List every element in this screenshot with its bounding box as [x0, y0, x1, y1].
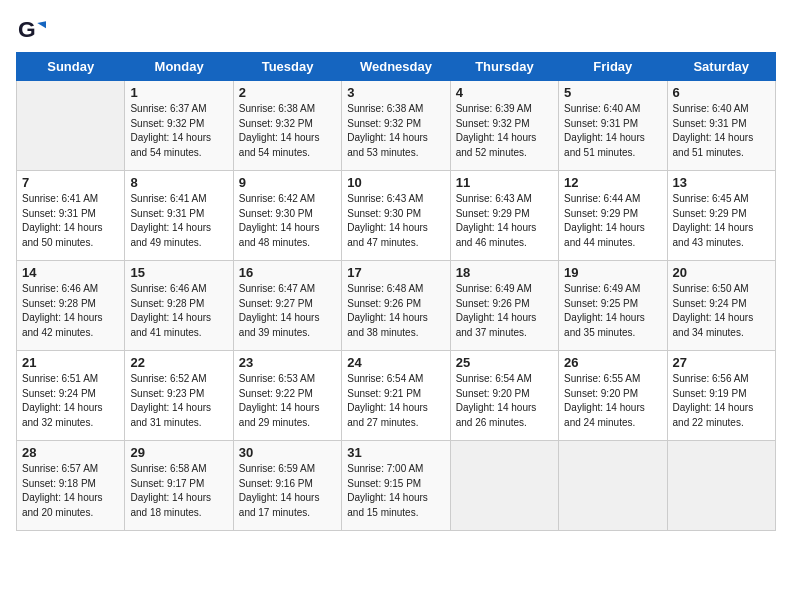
calendar-cell: 9Sunrise: 6:42 AM Sunset: 9:30 PM Daylig…: [233, 171, 341, 261]
day-number: 6: [673, 85, 770, 100]
svg-marker-1: [37, 21, 46, 28]
day-info: Sunrise: 6:54 AM Sunset: 9:20 PM Dayligh…: [456, 372, 553, 430]
day-number: 22: [130, 355, 227, 370]
calendar-cell: 14Sunrise: 6:46 AM Sunset: 9:28 PM Dayli…: [17, 261, 125, 351]
day-info: Sunrise: 6:38 AM Sunset: 9:32 PM Dayligh…: [239, 102, 336, 160]
day-info: Sunrise: 6:46 AM Sunset: 9:28 PM Dayligh…: [22, 282, 119, 340]
day-number: 16: [239, 265, 336, 280]
calendar-cell: 21Sunrise: 6:51 AM Sunset: 9:24 PM Dayli…: [17, 351, 125, 441]
day-info: Sunrise: 6:51 AM Sunset: 9:24 PM Dayligh…: [22, 372, 119, 430]
day-number: 30: [239, 445, 336, 460]
day-info: Sunrise: 6:45 AM Sunset: 9:29 PM Dayligh…: [673, 192, 770, 250]
calendar-cell: 5Sunrise: 6:40 AM Sunset: 9:31 PM Daylig…: [559, 81, 667, 171]
page-header: G: [16, 16, 776, 44]
logo-icon: G: [18, 16, 46, 44]
calendar-cell: 4Sunrise: 6:39 AM Sunset: 9:32 PM Daylig…: [450, 81, 558, 171]
calendar-cell: [667, 441, 775, 531]
day-number: 2: [239, 85, 336, 100]
header-row: SundayMondayTuesdayWednesdayThursdayFrid…: [17, 53, 776, 81]
day-number: 21: [22, 355, 119, 370]
day-info: Sunrise: 6:52 AM Sunset: 9:23 PM Dayligh…: [130, 372, 227, 430]
calendar-cell: 26Sunrise: 6:55 AM Sunset: 9:20 PM Dayli…: [559, 351, 667, 441]
day-info: Sunrise: 6:43 AM Sunset: 9:29 PM Dayligh…: [456, 192, 553, 250]
day-info: Sunrise: 6:53 AM Sunset: 9:22 PM Dayligh…: [239, 372, 336, 430]
day-info: Sunrise: 6:44 AM Sunset: 9:29 PM Dayligh…: [564, 192, 661, 250]
column-header-thursday: Thursday: [450, 53, 558, 81]
day-info: Sunrise: 6:42 AM Sunset: 9:30 PM Dayligh…: [239, 192, 336, 250]
calendar-cell: 8Sunrise: 6:41 AM Sunset: 9:31 PM Daylig…: [125, 171, 233, 261]
day-info: Sunrise: 6:39 AM Sunset: 9:32 PM Dayligh…: [456, 102, 553, 160]
logo: G: [16, 16, 46, 44]
calendar-cell: [17, 81, 125, 171]
day-info: Sunrise: 6:49 AM Sunset: 9:26 PM Dayligh…: [456, 282, 553, 340]
day-number: 5: [564, 85, 661, 100]
day-number: 24: [347, 355, 444, 370]
day-number: 11: [456, 175, 553, 190]
column-header-friday: Friday: [559, 53, 667, 81]
calendar-cell: 1Sunrise: 6:37 AM Sunset: 9:32 PM Daylig…: [125, 81, 233, 171]
week-row-1: 1Sunrise: 6:37 AM Sunset: 9:32 PM Daylig…: [17, 81, 776, 171]
day-number: 8: [130, 175, 227, 190]
calendar-cell: 15Sunrise: 6:46 AM Sunset: 9:28 PM Dayli…: [125, 261, 233, 351]
day-info: Sunrise: 6:59 AM Sunset: 9:16 PM Dayligh…: [239, 462, 336, 520]
column-header-monday: Monday: [125, 53, 233, 81]
day-info: Sunrise: 6:38 AM Sunset: 9:32 PM Dayligh…: [347, 102, 444, 160]
calendar-cell: 18Sunrise: 6:49 AM Sunset: 9:26 PM Dayli…: [450, 261, 558, 351]
column-header-tuesday: Tuesday: [233, 53, 341, 81]
day-number: 31: [347, 445, 444, 460]
day-number: 3: [347, 85, 444, 100]
calendar-cell: 27Sunrise: 6:56 AM Sunset: 9:19 PM Dayli…: [667, 351, 775, 441]
day-info: Sunrise: 6:54 AM Sunset: 9:21 PM Dayligh…: [347, 372, 444, 430]
calendar-cell: 13Sunrise: 6:45 AM Sunset: 9:29 PM Dayli…: [667, 171, 775, 261]
day-info: Sunrise: 6:58 AM Sunset: 9:17 PM Dayligh…: [130, 462, 227, 520]
week-row-2: 7Sunrise: 6:41 AM Sunset: 9:31 PM Daylig…: [17, 171, 776, 261]
calendar-cell: [559, 441, 667, 531]
calendar-cell: 28Sunrise: 6:57 AM Sunset: 9:18 PM Dayli…: [17, 441, 125, 531]
calendar-cell: 6Sunrise: 6:40 AM Sunset: 9:31 PM Daylig…: [667, 81, 775, 171]
column-header-saturday: Saturday: [667, 53, 775, 81]
week-row-4: 21Sunrise: 6:51 AM Sunset: 9:24 PM Dayli…: [17, 351, 776, 441]
calendar-cell: 16Sunrise: 6:47 AM Sunset: 9:27 PM Dayli…: [233, 261, 341, 351]
calendar-table: SundayMondayTuesdayWednesdayThursdayFrid…: [16, 52, 776, 531]
day-info: Sunrise: 6:46 AM Sunset: 9:28 PM Dayligh…: [130, 282, 227, 340]
day-info: Sunrise: 6:37 AM Sunset: 9:32 PM Dayligh…: [130, 102, 227, 160]
column-header-wednesday: Wednesday: [342, 53, 450, 81]
day-info: Sunrise: 6:50 AM Sunset: 9:24 PM Dayligh…: [673, 282, 770, 340]
day-number: 25: [456, 355, 553, 370]
day-info: Sunrise: 6:40 AM Sunset: 9:31 PM Dayligh…: [673, 102, 770, 160]
calendar-cell: 31Sunrise: 7:00 AM Sunset: 9:15 PM Dayli…: [342, 441, 450, 531]
calendar-cell: 20Sunrise: 6:50 AM Sunset: 9:24 PM Dayli…: [667, 261, 775, 351]
day-number: 29: [130, 445, 227, 460]
day-number: 14: [22, 265, 119, 280]
day-info: Sunrise: 6:49 AM Sunset: 9:25 PM Dayligh…: [564, 282, 661, 340]
calendar-cell: 11Sunrise: 6:43 AM Sunset: 9:29 PM Dayli…: [450, 171, 558, 261]
calendar-cell: 30Sunrise: 6:59 AM Sunset: 9:16 PM Dayli…: [233, 441, 341, 531]
calendar-cell: [450, 441, 558, 531]
calendar-cell: 23Sunrise: 6:53 AM Sunset: 9:22 PM Dayli…: [233, 351, 341, 441]
calendar-cell: 3Sunrise: 6:38 AM Sunset: 9:32 PM Daylig…: [342, 81, 450, 171]
calendar-cell: 29Sunrise: 6:58 AM Sunset: 9:17 PM Dayli…: [125, 441, 233, 531]
calendar-cell: 25Sunrise: 6:54 AM Sunset: 9:20 PM Dayli…: [450, 351, 558, 441]
day-number: 15: [130, 265, 227, 280]
day-number: 9: [239, 175, 336, 190]
calendar-cell: 24Sunrise: 6:54 AM Sunset: 9:21 PM Dayli…: [342, 351, 450, 441]
day-info: Sunrise: 6:41 AM Sunset: 9:31 PM Dayligh…: [130, 192, 227, 250]
day-number: 10: [347, 175, 444, 190]
day-info: Sunrise: 6:56 AM Sunset: 9:19 PM Dayligh…: [673, 372, 770, 430]
day-info: Sunrise: 6:47 AM Sunset: 9:27 PM Dayligh…: [239, 282, 336, 340]
calendar-cell: 10Sunrise: 6:43 AM Sunset: 9:30 PM Dayli…: [342, 171, 450, 261]
calendar-cell: 22Sunrise: 6:52 AM Sunset: 9:23 PM Dayli…: [125, 351, 233, 441]
day-number: 23: [239, 355, 336, 370]
day-number: 7: [22, 175, 119, 190]
day-number: 17: [347, 265, 444, 280]
calendar-cell: 12Sunrise: 6:44 AM Sunset: 9:29 PM Dayli…: [559, 171, 667, 261]
day-info: Sunrise: 7:00 AM Sunset: 9:15 PM Dayligh…: [347, 462, 444, 520]
day-number: 13: [673, 175, 770, 190]
week-row-5: 28Sunrise: 6:57 AM Sunset: 9:18 PM Dayli…: [17, 441, 776, 531]
column-header-sunday: Sunday: [17, 53, 125, 81]
day-number: 27: [673, 355, 770, 370]
calendar-cell: 2Sunrise: 6:38 AM Sunset: 9:32 PM Daylig…: [233, 81, 341, 171]
day-number: 4: [456, 85, 553, 100]
svg-text:G: G: [18, 16, 36, 42]
day-info: Sunrise: 6:48 AM Sunset: 9:26 PM Dayligh…: [347, 282, 444, 340]
